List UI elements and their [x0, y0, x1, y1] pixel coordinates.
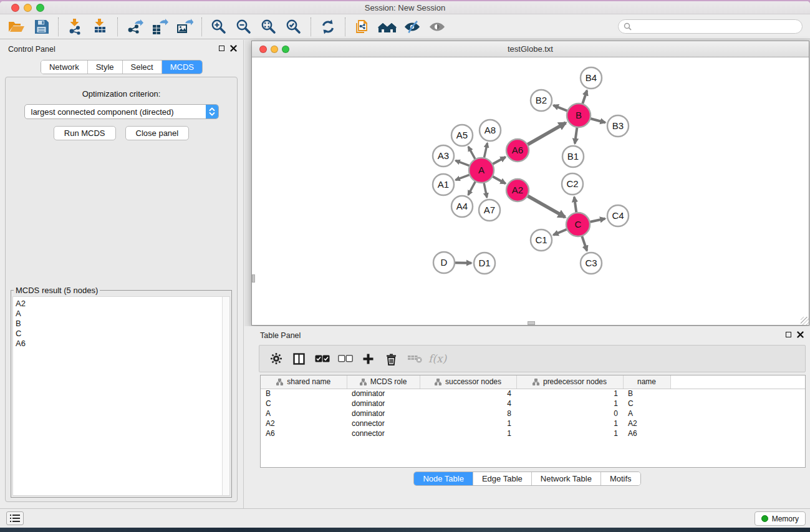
import-table-icon[interactable]	[88, 17, 113, 37]
mcds-result-item[interactable]: A	[16, 309, 222, 319]
toolbar-separator	[58, 17, 59, 36]
close-panel-icon[interactable]	[230, 45, 237, 52]
export-image-icon[interactable]	[172, 17, 197, 37]
tab-node-table[interactable]: Node Table	[414, 472, 473, 485]
network-close-button[interactable]	[259, 46, 267, 53]
column-layout-icon[interactable]	[287, 349, 311, 369]
column-header-MCDS-role[interactable]: MCDS role	[347, 375, 420, 389]
zoom-fit-icon[interactable]	[256, 17, 281, 37]
resize-grip[interactable]	[801, 317, 809, 325]
export-network-icon[interactable]	[122, 17, 147, 37]
select-all-checked-icon[interactable]	[311, 349, 334, 369]
delete-table-disabled-icon[interactable]	[403, 349, 426, 369]
ndex-home-icon[interactable]	[375, 17, 400, 37]
tab-mcds[interactable]: MCDS	[162, 60, 202, 74]
graph-node-label: A	[478, 165, 485, 175]
maximize-window-button[interactable]	[36, 4, 44, 12]
window-titlebar: Session: New Session	[0, 1, 810, 14]
copy-network-icon[interactable]	[350, 17, 375, 37]
minimize-window-button[interactable]	[24, 4, 32, 12]
float-panel-icon[interactable]	[786, 332, 791, 337]
graph-node-label: C2	[566, 178, 578, 189]
graph-node-label: A7	[484, 205, 495, 215]
table-cell: B	[623, 389, 670, 399]
search-icon	[624, 22, 632, 31]
mcds-result-item[interactable]: B	[16, 319, 222, 329]
delete-column-icon[interactable]	[380, 349, 403, 369]
network-canvas[interactable]: AA1A2A3A4A5A6A7A8BB1B2B3B4CC1C2C3C4DD1	[252, 57, 809, 325]
column-type-icon	[276, 379, 283, 385]
close-panel-button[interactable]: Close panel	[125, 126, 190, 140]
table-row[interactable]: A6connector11A6	[261, 428, 805, 438]
table-cell: 1	[516, 428, 623, 438]
run-mcds-button[interactable]: Run MCDS	[54, 126, 116, 140]
open-file-icon[interactable]	[4, 17, 29, 37]
column-header-successor-nodes[interactable]: successor nodes	[420, 375, 516, 389]
column-header-name[interactable]: name	[623, 375, 670, 389]
table-row[interactable]: A2connector11A2	[261, 418, 805, 428]
close-panel-icon[interactable]	[797, 331, 804, 338]
network-maximize-button[interactable]	[282, 46, 289, 53]
criterion-selected-value: largest connected component (directed)	[25, 107, 206, 117]
column-header-shared-name[interactable]: shared name	[261, 375, 347, 389]
table-cell: C	[623, 399, 670, 409]
settings-gear-icon[interactable]	[264, 349, 287, 369]
tab-motifs[interactable]: Motifs	[601, 472, 640, 485]
control-panel-title: Control Panel	[8, 45, 55, 54]
search-field[interactable]	[618, 19, 803, 34]
hide-eye-icon[interactable]	[400, 17, 425, 37]
table-cell: C	[261, 399, 347, 409]
tab-network-table[interactable]: Network Table	[532, 472, 601, 485]
refresh-icon[interactable]	[316, 17, 340, 37]
graph-node-label: A4	[456, 201, 468, 211]
toolbar-separator	[345, 17, 345, 36]
export-table-icon[interactable]	[147, 17, 172, 37]
memory-button[interactable]: Memory	[755, 511, 806, 526]
import-network-icon[interactable]	[63, 17, 88, 37]
add-column-icon[interactable]	[357, 349, 380, 369]
graph-node-label: B4	[586, 72, 597, 83]
show-eye-icon[interactable]	[425, 17, 450, 37]
control-panel-tabs: NetworkStyleSelectMCDS	[41, 60, 203, 74]
table-row[interactable]: Adominator80A	[261, 409, 805, 418]
mcds-result-item[interactable]: A6	[16, 339, 222, 349]
column-header-predecessor-nodes[interactable]: predecessor nodes	[516, 375, 623, 389]
tab-edge-table[interactable]: Edge Table	[473, 472, 532, 485]
table-cell: 4	[420, 399, 516, 409]
deselect-all-icon[interactable]	[334, 349, 357, 369]
control-panel: Control Panel NetworkStyleSelectMCDS Opt…	[0, 40, 244, 510]
mcds-list-scrollbar[interactable]	[222, 297, 229, 495]
close-window-button[interactable]	[11, 4, 19, 12]
zoom-selected-icon[interactable]	[281, 17, 306, 37]
function-builder-icon[interactable]: f(x)	[428, 352, 446, 365]
zoom-out-icon[interactable]	[231, 17, 256, 37]
scrollbar-thumb[interactable]	[252, 274, 255, 283]
table-row[interactable]: Bdominator41B	[261, 389, 805, 399]
table-cell: 1	[420, 428, 516, 438]
mcds-result-group: MCDS result (5 nodes) A2ABCA6	[11, 286, 232, 498]
table-cell: connector	[347, 428, 420, 438]
network-minimize-button[interactable]	[271, 46, 278, 53]
table-cell: 1	[420, 418, 516, 428]
table-cell: 4	[420, 389, 516, 399]
criterion-select[interactable]: largest connected component (directed)	[24, 104, 219, 119]
select-stepper-icon	[206, 104, 218, 119]
save-session-icon[interactable]	[29, 17, 54, 37]
tab-network[interactable]: Network	[41, 60, 88, 74]
float-panel-icon[interactable]	[219, 46, 224, 51]
table-header-row: shared nameMCDS rolesuccessor nodesprede…	[261, 375, 805, 389]
mcds-result-item[interactable]: C	[16, 329, 222, 339]
tab-select[interactable]: Select	[123, 60, 162, 74]
table-row[interactable]: Cdominator41C	[261, 399, 805, 409]
task-history-button[interactable]	[6, 511, 24, 525]
graph-node-label: A6	[512, 145, 523, 155]
column-type-icon	[435, 379, 441, 385]
graph-node-label: C	[575, 219, 582, 230]
mcds-result-item[interactable]: A2	[16, 299, 222, 309]
header-filler	[670, 375, 805, 389]
search-input[interactable]	[635, 22, 797, 31]
zoom-in-icon[interactable]	[206, 17, 231, 37]
status-bar: Memory	[0, 508, 810, 528]
scrollbar-thumb[interactable]	[528, 321, 535, 325]
tab-style[interactable]: Style	[88, 60, 123, 74]
